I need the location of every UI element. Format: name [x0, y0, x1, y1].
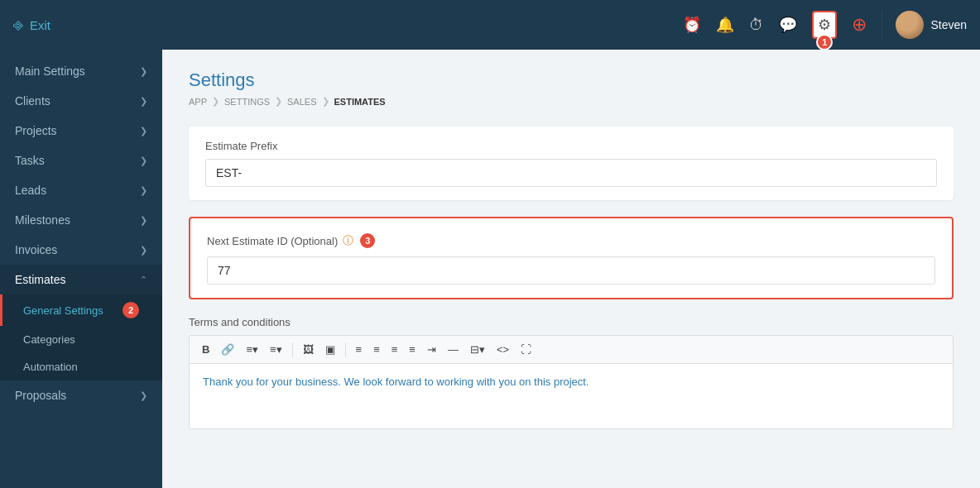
- topbar: ⎆ Exit ⏰ 🔔 ⏱ 💬 ⚙ 1 ⊕ Steven: [0, 0, 980, 50]
- breadcrumb-sep: ❯: [322, 96, 329, 107]
- sidebar-label: Clients: [15, 94, 50, 108]
- clock-icon[interactable]: ⏱: [749, 17, 764, 34]
- sidebar-sub-automation[interactable]: Automation: [0, 353, 162, 380]
- sidebar-estimates-sub: General Settings 2 Categories Automation: [0, 294, 162, 380]
- sidebar-item-clients[interactable]: Clients ❯: [0, 86, 162, 116]
- chevron-icon: ❯: [140, 96, 147, 107]
- toolbar-sep: [292, 342, 293, 357]
- list-bullet-button[interactable]: ≡▾: [242, 341, 262, 358]
- sub-badge: 2: [122, 302, 139, 318]
- align-left-button[interactable]: ≡: [352, 341, 367, 358]
- chevron-icon: ❯: [140, 185, 147, 196]
- terms-label: Terms and conditions: [189, 316, 954, 328]
- chevron-down-icon: ⌃: [140, 275, 147, 285]
- chevron-icon: ❯: [140, 245, 147, 256]
- sidebar-item-invoices[interactable]: Invoices ❯: [0, 235, 162, 265]
- next-id-label: Next Estimate ID (Optional) ⓘ 3: [207, 232, 935, 250]
- bold-button[interactable]: B: [198, 341, 214, 358]
- sidebar-label: Proposals: [15, 389, 66, 402]
- sidebar-label: Projects: [15, 124, 57, 137]
- sub-label: Categories: [23, 333, 75, 346]
- estimate-prefix-label: Estimate Prefix: [205, 140, 937, 152]
- sidebar-item-proposals[interactable]: Proposals ❯: [0, 380, 162, 410]
- exit-label[interactable]: Exit: [30, 18, 50, 32]
- sidebar-label: Milestones: [15, 213, 70, 227]
- hr-button[interactable]: —: [444, 341, 463, 358]
- link-button[interactable]: 🔗: [217, 341, 238, 358]
- info-icon: ⓘ: [343, 233, 353, 248]
- align-right-button[interactable]: ≡: [387, 341, 402, 358]
- breadcrumb-settings[interactable]: SETTINGS: [224, 97, 270, 107]
- gear-wrapper: ⚙ 1: [812, 11, 837, 39]
- sidebar-item-projects[interactable]: Projects ❯: [0, 116, 162, 146]
- sub-label: General Settings: [23, 304, 103, 317]
- indent-button[interactable]: ⇥: [423, 341, 440, 358]
- sidebar-item-main-settings[interactable]: Main Settings ❯: [0, 56, 162, 86]
- image-button[interactable]: 🖼: [299, 341, 318, 358]
- editor-toolbar: B 🔗 ≡▾ ≡▾ 🖼 ▣ ≡ ≡ ≡ ≡ ⇥ — ⊟▾ <> ⛶: [189, 335, 954, 363]
- gear-badge: 1: [816, 34, 833, 50]
- terms-content: Thank you for your business. We look for…: [203, 376, 589, 388]
- sidebar-sub-general-settings[interactable]: General Settings 2: [0, 294, 162, 326]
- chevron-icon: ❯: [140, 215, 147, 226]
- breadcrumb-sep: ❯: [275, 96, 282, 107]
- step-3-badge: 3: [358, 232, 377, 250]
- align-justify-button[interactable]: ≡: [405, 341, 420, 358]
- topbar-left: ⎆ Exit: [13, 16, 50, 35]
- align-center-button[interactable]: ≡: [369, 341, 384, 358]
- chevron-icon: ❯: [140, 155, 147, 166]
- terms-editor-body[interactable]: Thank you for your business. We look for…: [189, 363, 954, 429]
- user-info: Steven: [882, 11, 967, 39]
- chevron-icon: ❯: [140, 126, 147, 136]
- sidebar-label: Invoices: [15, 243, 57, 256]
- estimate-prefix-input[interactable]: [205, 159, 937, 187]
- chevron-icon: ❯: [140, 66, 147, 77]
- page-title: Settings: [189, 69, 954, 91]
- avatar: [896, 11, 924, 39]
- exit-icon: ⎆: [13, 16, 23, 35]
- fullscreen-button[interactable]: ⛶: [516, 341, 536, 358]
- sidebar-item-milestones[interactable]: Milestones ❯: [0, 205, 162, 235]
- next-estimate-id-section: Next Estimate ID (Optional) ⓘ 3: [189, 217, 954, 299]
- sidebar-label: Tasks: [15, 154, 45, 167]
- sidebar-sub-categories[interactable]: Categories: [0, 326, 162, 353]
- chat-icon[interactable]: 💬: [779, 16, 797, 34]
- code-button[interactable]: <>: [492, 341, 513, 358]
- next-id-input[interactable]: [207, 256, 935, 285]
- breadcrumb-app[interactable]: APP: [189, 97, 207, 107]
- breadcrumb-sales[interactable]: SALES: [287, 97, 316, 107]
- user-name: Steven: [930, 18, 967, 31]
- breadcrumb: APP ❯ SETTINGS ❯ SALES ❯ ESTIMATES: [189, 96, 954, 107]
- chevron-icon: ❯: [140, 390, 147, 401]
- main-layout: Main Settings ❯ Clients ❯ Projects ❯ Tas…: [0, 50, 980, 488]
- terms-section: Terms and conditions B 🔗 ≡▾ ≡▾ 🖼 ▣ ≡ ≡ ≡…: [189, 316, 954, 429]
- sub-label: Automation: [23, 361, 78, 373]
- breadcrumb-current: ESTIMATES: [334, 97, 386, 107]
- list-num-button[interactable]: ≡▾: [266, 341, 286, 358]
- estimate-prefix-field: Estimate Prefix: [189, 127, 954, 200]
- estimate-prefix-section: Estimate Prefix: [189, 127, 954, 200]
- breadcrumb-sep: ❯: [212, 96, 219, 107]
- sidebar: Main Settings ❯ Clients ❯ Projects ❯ Tas…: [0, 50, 162, 488]
- table-button[interactable]: ⊟▾: [466, 341, 489, 358]
- sidebar-item-leads[interactable]: Leads ❯: [0, 175, 162, 205]
- alarm-icon[interactable]: ⏰: [683, 16, 701, 34]
- toolbar-sep: [345, 342, 346, 357]
- sidebar-item-tasks[interactable]: Tasks ❯: [0, 146, 162, 175]
- sidebar-label: Estimates: [15, 273, 65, 286]
- content-area: Settings APP ❯ SETTINGS ❯ SALES ❯ ESTIMA…: [162, 50, 980, 488]
- add-client-icon[interactable]: ⊕: [852, 14, 867, 36]
- sidebar-label: Main Settings: [15, 65, 85, 78]
- video-button[interactable]: ▣: [321, 341, 339, 358]
- topbar-right: ⏰ 🔔 ⏱ 💬 ⚙ 1 ⊕ Steven: [683, 11, 967, 39]
- bell-icon[interactable]: 🔔: [716, 16, 734, 34]
- sidebar-label: Leads: [15, 184, 46, 197]
- sidebar-item-estimates[interactable]: Estimates ⌃: [0, 265, 162, 294]
